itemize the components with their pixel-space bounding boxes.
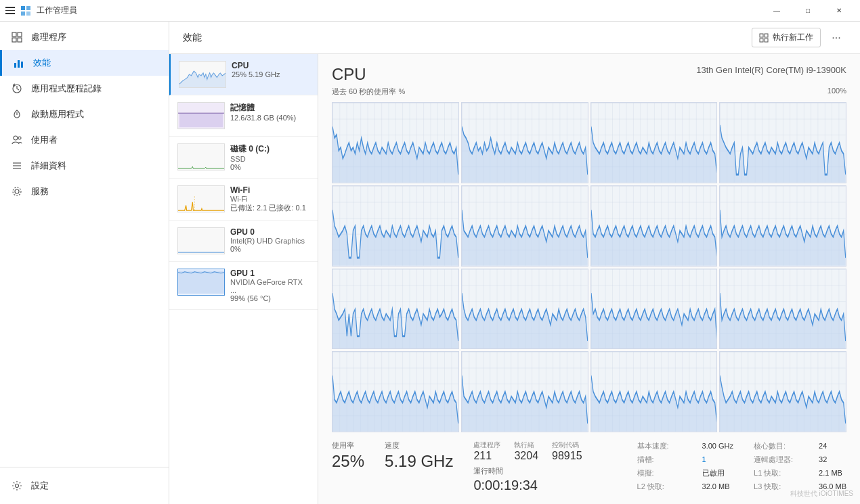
sidebar-label-process: 處理程序 [31, 31, 66, 43]
sidebar-item-performance[interactable]: 效能 [0, 50, 169, 76]
core-chart-0 [332, 102, 459, 183]
page-title: 效能 [183, 32, 202, 44]
grid-icon [11, 31, 23, 43]
wifi-info: Wi-Fi Wi-Fi 已傳送: 2.1 已接收: 0.1 [230, 185, 309, 213]
core-chart-1 [461, 102, 588, 183]
minimize-button[interactable]: — [761, 0, 792, 22]
device-item-wifi[interactable]: Wi-Fi Wi-Fi 已傳送: 2.1 已接收: 0.1 [169, 179, 318, 221]
new-task-icon [759, 33, 769, 43]
svg-rect-22 [760, 34, 763, 37]
sidebar-item-startup[interactable]: 啟動應用程式 [0, 101, 169, 127]
gpu1-info: GPU 1 NVIDIA GeForce RTX ... 99% (56 °C) [230, 269, 309, 302]
base-speed-key: 基本速度: [637, 441, 698, 451]
device-item-cpu[interactable]: CPU 25% 5.19 GHz [169, 54, 318, 95]
svg-point-21 [16, 484, 19, 488]
gpu0-usage: 0% [230, 245, 309, 253]
chart-max-percent: 100% [827, 87, 846, 99]
header-actions: 執行新工作 ··· [752, 28, 846, 48]
more-options-button[interactable]: ··· [826, 28, 846, 48]
process-stat: 處理程序 211 [473, 440, 500, 462]
chart-icon [13, 57, 25, 69]
sidebar-item-history[interactable]: 應用程式歷程記錄 [0, 76, 169, 101]
maximize-button[interactable]: □ [792, 0, 823, 22]
svg-rect-23 [765, 34, 768, 37]
sidebar-item-settings[interactable]: 設定 [0, 473, 169, 499]
list-icon [11, 160, 23, 172]
virt-key: 模擬: [637, 468, 698, 478]
performance-content: CPU 25% 5.19 GHz 記憶體 12.6/31.8 GB ( [169, 54, 860, 504]
startup-icon [11, 108, 23, 120]
svg-rect-7 [18, 38, 22, 42]
sidebar-item-details[interactable]: 詳細資料 [0, 153, 169, 179]
cpu-usage: 25% 5.19 GHz [232, 70, 309, 78]
core-chart-10 [590, 269, 718, 350]
device-item-gpu0[interactable]: GPU 0 Intel(R) UHD Graphics 0% [169, 221, 318, 262]
svg-point-15 [18, 137, 21, 139]
svg-rect-4 [12, 32, 16, 37]
window-controls: — □ ✕ [761, 0, 855, 22]
core-chart-12 [332, 351, 459, 432]
svg-rect-27 [179, 113, 223, 127]
core-chart-4 [332, 185, 459, 267]
core-chart-9 [461, 269, 588, 350]
l3-val: 36.0 MB [819, 482, 846, 490]
memory-name: 記憶體 [230, 102, 309, 114]
core-chart-15 [719, 351, 846, 432]
hamburger-icon[interactable] [5, 7, 15, 14]
close-button[interactable]: ✕ [823, 0, 855, 22]
wifi-mini-chart [177, 185, 225, 212]
svg-rect-0 [21, 6, 25, 10]
l1-row: L1 快取: 2.1 MB [754, 467, 846, 478]
thread-label: 執行緒 [514, 440, 538, 450]
sidebar-item-process[interactable]: 處理程序 [0, 24, 169, 50]
core-chart-14 [590, 351, 718, 432]
cpu-info: CPU 25% 5.19 GHz [232, 61, 309, 78]
thread-value: 3204 [514, 450, 538, 462]
core-chart-13 [461, 351, 588, 432]
core-chart-2 [590, 102, 718, 183]
uptime-value: 0:00:19:34 [473, 478, 582, 493]
sidebar-label-services: 服務 [31, 185, 49, 198]
sockets-val: 1 [702, 455, 706, 463]
users-icon [11, 134, 23, 146]
uptime-label: 運行時間 [473, 466, 582, 476]
cpu-header: CPU 13th Gen Intel(R) Core(TM) i9-13900K [332, 65, 846, 84]
l2-key: L2 快取: [637, 482, 698, 492]
app-icon [20, 5, 31, 16]
svg-rect-25 [765, 39, 768, 42]
core-chart-7 [719, 185, 846, 267]
l3-row: L3 快取: 36.0 MB [754, 481, 846, 492]
svg-rect-2 [21, 12, 25, 16]
svg-rect-9 [18, 60, 20, 68]
device-item-gpu1[interactable]: GPU 1 NVIDIA GeForce RTX ... 99% (56 °C) [169, 262, 318, 310]
cores-val: 24 [819, 442, 827, 450]
cpu-title: CPU [332, 65, 366, 84]
device-item-disk[interactable]: 磁碟 0 (C:) SSD 0% [169, 137, 318, 179]
svg-rect-3 [26, 12, 30, 16]
cpu-core-grid [332, 102, 846, 432]
virtualization-row: 模擬: 已啟用 [637, 467, 733, 478]
main-container: 處理程序 效能 應用程式歷程記錄 啟動應用程式 [0, 22, 860, 504]
cpu-name: CPU [232, 61, 309, 70]
memory-usage: 12.6/31.8 GB (40%) [230, 114, 309, 122]
sidebar-item-users[interactable]: 使用者 [0, 127, 169, 153]
core-chart-5 [461, 185, 588, 267]
l1-key: L1 快取: [754, 468, 815, 478]
sidebar-nav: 處理程序 效能 應用程式歷程記錄 啟動應用程式 [0, 22, 169, 467]
sidebar-item-services[interactable]: 服務 [0, 179, 169, 204]
services-icon [11, 185, 23, 198]
process-thread-handle: 處理程序 211 執行緒 3204 控制代碼 98915 [473, 440, 582, 462]
usage-label: 使用率 [332, 440, 364, 451]
process-label: 處理程序 [473, 440, 500, 450]
new-task-button[interactable]: 執行新工作 [752, 28, 821, 47]
disk-usage: 0% [230, 163, 309, 171]
wifi-name: Wi-Fi [230, 185, 309, 195]
gpu0-mini-chart [177, 227, 225, 254]
speed-label: 速度 [385, 440, 453, 451]
content-area: 效能 執行新工作 ··· [169, 22, 860, 504]
base-speed-val: 3.00 GHz [702, 442, 733, 450]
l3-key: L3 快取: [754, 482, 815, 492]
device-item-memory[interactable]: 記憶體 12.6/31.8 GB (40%) [169, 95, 318, 137]
cpu-detail-panel: CPU 13th Gen Intel(R) Core(TM) i9-13900K… [318, 54, 860, 504]
disk-type: SSD [230, 155, 309, 163]
